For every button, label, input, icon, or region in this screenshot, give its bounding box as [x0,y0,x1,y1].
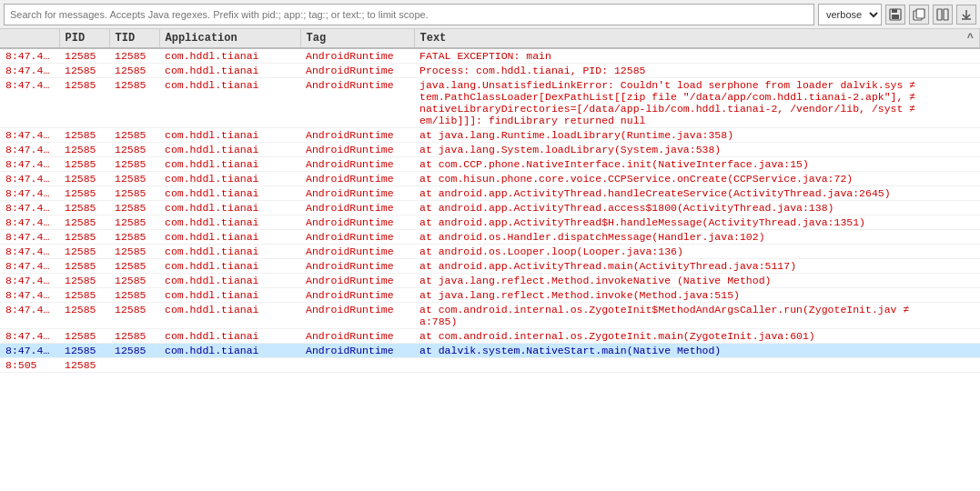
col-header-text[interactable]: Text ^ [414,29,980,48]
cell-tag: AndroidRuntime [300,245,414,259]
cell-time: 8:47.410 [0,344,59,358]
cell-pid: 12585 [59,157,109,172]
cell-text: at com.android.internal.os.ZygoteInit.ma… [414,329,980,344]
cell-tid: 12585 [109,288,159,303]
cell-pid: 12585 [59,230,109,245]
cell-tid: 12585 [109,259,159,274]
toolbar: verbose debug info warn error [0,0,980,29]
cell-app: com.hddl.tianai [159,215,300,230]
cell-tag: AndroidRuntime [300,274,414,288]
table-row[interactable]: 8:47.410 12585 12585 com.hddl.tianai And… [0,157,980,172]
cell-tag: AndroidRuntime [300,48,414,64]
cell-time: 8:47.410 [0,172,59,186]
table-row[interactable]: 8:47.410 12585 12585 com.hddl.tianai And… [0,186,980,201]
cell-tag: AndroidRuntime [300,201,414,215]
table-row[interactable]: 8:47.410 12585 12585 com.hddl.tianai And… [0,64,980,78]
cell-app: com.hddl.tianai [159,274,300,288]
cell-pid: 12585 [59,358,109,373]
cell-pid: 12585 [59,172,109,186]
table-row[interactable]: 8:47.410 12585 12585 com.hddl.tianai And… [0,245,980,259]
col-header-tid[interactable]: TID [109,29,159,48]
cell-app: com.hddl.tianai [159,288,300,303]
toggle-columns-button[interactable] [933,5,953,25]
cell-app: com.hddl.tianai [159,157,300,172]
cell-tag: AndroidRuntime [300,64,414,78]
table-row[interactable]: 8:47.410 12585 12585 com.hddl.tianai And… [0,344,980,358]
cell-tag: AndroidRuntime [300,143,414,157]
cell-text: at android.os.Looper.loop(Looper.java:13… [414,245,980,259]
cell-time: 8:47.410 [0,64,59,78]
table-row[interactable]: 8:505 12585 [0,358,980,373]
col-header-tag[interactable]: Tag [300,29,414,48]
cell-tid: 12585 [109,303,159,329]
table-row[interactable]: 8:47.410 12585 12585 com.hddl.tianai And… [0,128,980,143]
log-table-container[interactable]: PID TID Application Tag Text ^ 8:47.410 … [0,29,980,491]
cell-tid [109,358,159,373]
table-row[interactable]: 8:47.410 12585 12585 com.hddl.tianai And… [0,215,980,230]
cell-pid: 12585 [59,78,109,128]
cell-pid: 12585 [59,128,109,143]
table-header-row: PID TID Application Tag Text ^ [0,29,980,48]
cell-time: 8:47.410 [0,143,59,157]
table-row[interactable]: 8:47.410 12585 12585 com.hddl.tianai And… [0,259,980,274]
table-row[interactable]: 8:47.410 12585 12585 com.hddl.tianai And… [0,329,980,344]
cell-pid: 12585 [59,303,109,329]
cell-app: com.hddl.tianai [159,201,300,215]
cell-app: com.hddl.tianai [159,186,300,201]
cell-pid: 12585 [59,143,109,157]
table-row[interactable]: 8:47.410 12585 12585 com.hddl.tianai And… [0,201,980,215]
cell-text: FATAL EXCEPTION: main [414,48,980,64]
cell-tid: 12585 [109,344,159,358]
table-row[interactable]: 8:47.410 12585 12585 com.hddl.tianai And… [0,230,980,245]
cell-app: com.hddl.tianai [159,230,300,245]
cell-app: com.hddl.tianai [159,128,300,143]
cell-text: at android.app.ActivityThread.handleCrea… [414,186,980,201]
scroll-to-bottom-button[interactable] [956,5,976,25]
col-header-application[interactable]: Application [159,29,300,48]
cell-tid: 12585 [109,128,159,143]
cell-time: 8:47.410 [0,48,59,64]
cell-tag [300,358,414,373]
save-button[interactable] [885,5,905,25]
verbose-select[interactable]: verbose debug info warn error [818,4,882,25]
cell-tid: 12585 [109,64,159,78]
cell-app: com.hddl.tianai [159,259,300,274]
svg-rect-2 [892,15,899,19]
table-row[interactable]: 8:47.410 12585 12585 com.hddl.tianai And… [0,78,980,128]
table-row[interactable]: 8:47.410 12585 12585 com.hddl.tianai And… [0,288,980,303]
svg-rect-6 [944,9,948,20]
col-header-time[interactable] [0,29,59,48]
cell-tid: 12585 [109,201,159,215]
cell-time: 8:47.410 [0,329,59,344]
cell-tag: AndroidRuntime [300,172,414,186]
table-row[interactable]: 8:47.410 12585 12585 com.hddl.tianai And… [0,303,980,329]
cell-pid: 12585 [59,186,109,201]
cell-tag: AndroidRuntime [300,288,414,303]
cell-tid: 12585 [109,245,159,259]
table-row[interactable]: 8:47.410 12585 12585 com.hddl.tianai And… [0,48,980,64]
cell-time: 8:47.410 [0,259,59,274]
col-header-pid[interactable]: PID [59,29,109,48]
cell-tid: 12585 [109,172,159,186]
log-table: PID TID Application Tag Text ^ 8:47.410 … [0,29,980,373]
cell-text: at com.android.internal.os.ZygoteInit$Me… [414,303,980,329]
table-row[interactable]: 8:47.410 12585 12585 com.hddl.tianai And… [0,172,980,186]
cell-tid: 12585 [109,186,159,201]
cell-tag: AndroidRuntime [300,344,414,358]
cell-time: 8:505 [0,358,59,373]
cell-time: 8:47.410 [0,215,59,230]
search-input[interactable] [4,4,814,25]
table-row[interactable]: 8:47.410 12585 12585 com.hddl.tianai And… [0,143,980,157]
cell-tag: AndroidRuntime [300,215,414,230]
cell-app: com.hddl.tianai [159,329,300,344]
cell-tag: AndroidRuntime [300,157,414,172]
cell-app [159,358,300,373]
cell-time: 8:47.410 [0,274,59,288]
cell-text: at android.app.ActivityThread.access$180… [414,201,980,215]
copy-button[interactable] [909,5,929,25]
table-row[interactable]: 8:47.410 12585 12585 com.hddl.tianai And… [0,274,980,288]
cell-time: 8:47.410 [0,245,59,259]
cell-time: 8:47.410 [0,303,59,329]
cell-app: com.hddl.tianai [159,344,300,358]
cell-tag: AndroidRuntime [300,259,414,274]
